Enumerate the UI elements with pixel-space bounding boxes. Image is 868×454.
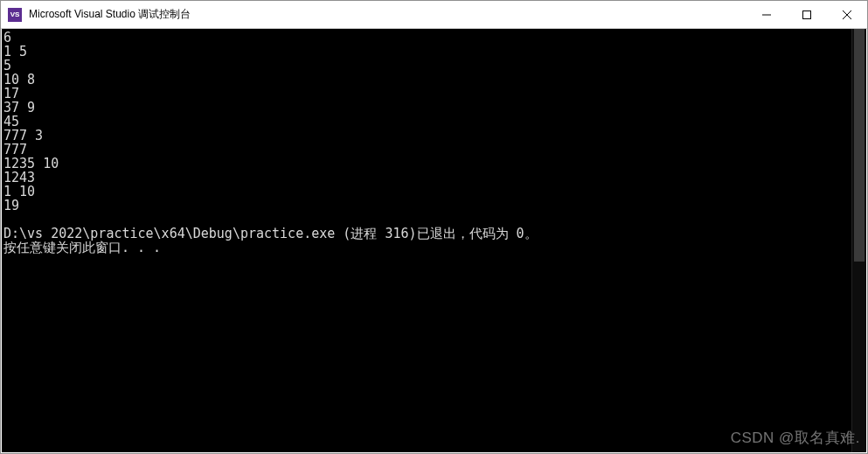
titlebar[interactable]: VS Microsoft Visual Studio 调试控制台	[1, 1, 867, 29]
maximize-button[interactable]	[787, 1, 827, 28]
scrollbar-thumb[interactable]	[854, 29, 865, 262]
app-icon: VS	[8, 8, 22, 22]
window-controls	[746, 1, 867, 28]
console-line: 1235 10	[3, 157, 851, 171]
console-line: 1243	[3, 171, 851, 185]
console-line: 37 9	[3, 101, 851, 115]
minimize-button[interactable]	[746, 1, 787, 28]
console-line: 按任意键关闭此窗口. . .	[3, 241, 851, 255]
close-icon	[843, 10, 851, 19]
close-button[interactable]	[827, 1, 867, 28]
window-title: Microsoft Visual Studio 调试控制台	[29, 7, 746, 22]
console-line: 6	[3, 31, 851, 45]
console-output[interactable]: 61 5510 81737 945777 37771235 1012431 10…	[2, 29, 851, 452]
console-line: 1 5	[3, 45, 851, 59]
console-line: 17	[3, 87, 851, 101]
console-line: 45	[3, 115, 851, 129]
console-line: 5	[3, 59, 851, 73]
vertical-scrollbar[interactable]	[851, 29, 866, 452]
console-line: 1 10	[3, 185, 851, 199]
console-line: 10 8	[3, 73, 851, 87]
console-line: 777	[3, 143, 851, 157]
console-line	[3, 213, 851, 227]
minimize-icon	[762, 10, 771, 19]
maximize-icon	[802, 10, 811, 19]
console-line: 19	[3, 199, 851, 213]
console-line: 777 3	[3, 129, 851, 143]
svg-rect-1	[803, 10, 811, 18]
console-area: 61 5510 81737 945777 37771235 1012431 10…	[2, 29, 866, 452]
console-line: D:\vs 2022\practice\x64\Debug\practice.e…	[3, 227, 851, 241]
app-window: VS Microsoft Visual Studio 调试控制台 61 5510…	[0, 0, 868, 454]
